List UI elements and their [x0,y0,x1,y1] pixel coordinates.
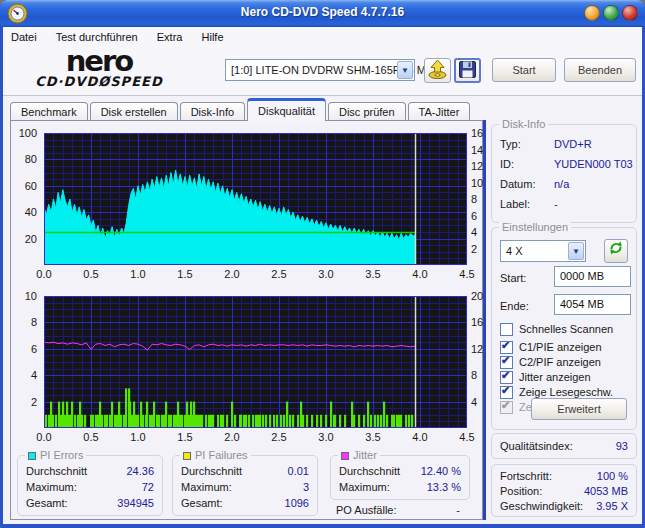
pi-failures-legend: PI Failures [180,449,251,461]
nero-logo-text: nero [19,48,179,74]
start-field-label: Start: [500,272,526,284]
app-window: Nero CD-DVD Speed 4.7.7.16 Datei Test du… [0,0,645,528]
axis-tick-label: 2.5 [266,431,292,443]
stat-value: 72 [142,481,154,493]
axis-tick-label: 0.5 [78,268,104,280]
start-field[interactable]: 0000 MB [554,266,631,287]
jitter-legend: Jitter [338,449,380,461]
field-value: YUDEN000 T03 [554,158,633,170]
axis-tick-label: 4.5 [454,268,480,280]
stat-label: Durchschnitt [339,465,400,477]
checkbox-label: Zeige Lesegeschw. [519,386,613,398]
eject-button[interactable] [424,58,451,83]
stat-label: Gesamt: [26,497,68,509]
field-label: ID: [500,158,514,170]
axis-tick-label: 16 [471,127,483,139]
disk-info-legend: Disk-Info [499,118,548,130]
jitter-legend-label: Jitter [353,449,377,461]
axis-tick-label: 2 [11,396,37,408]
axis-tick-label: 0.0 [31,268,57,280]
speed-select[interactable]: 4 X ▼ [500,240,586,262]
axis-tick-label: 8 [11,316,37,328]
nero-logo: nero CD·DVDØSPEED [19,48,179,89]
quit-button[interactable]: Beenden [564,58,636,82]
close-button[interactable] [622,5,638,21]
pif-jitter-chart: 108642 20161284 0.00.51.01.52.02.53.03.5… [11,289,489,449]
axis-tick-label: 16 [471,316,483,328]
progress-label: Fortschritt: [500,470,552,482]
axis-tick-label: 4.5 [454,431,480,443]
menu-extra[interactable]: Extra [149,27,191,47]
pi-errors-legend-label: PI Errors [40,449,83,461]
pi-errors-chart: 10080604020 161412108642 0.00.51.01.52.0… [11,126,489,286]
pi-errors-chart-canvas [44,133,467,265]
stat-label: Durchschnitt [26,465,87,477]
minimize-button[interactable] [584,5,600,21]
axis-tick-label: 6 [11,343,37,355]
client-area: Datei Test durchführen Extra Hilfe nero … [3,27,642,524]
checkmark-icon: ✔ [501,339,510,352]
stat-label: Maximum: [181,481,232,493]
jitter-swatch [341,452,349,460]
chevron-down-icon[interactable]: ▼ [397,61,413,79]
save-button[interactable] [454,58,481,83]
stat-label: Durchschnitt [181,465,242,477]
checkbox-icon [500,323,513,336]
stat-label: Maximum: [26,481,77,493]
axis-tick-label: 8 [471,193,477,205]
axis-tick-label: 14 [471,144,483,156]
axis-tick-label: 3.5 [360,268,386,280]
pi-errors-x-axis: 0.00.51.01.52.02.53.03.54.04.5 [44,267,467,281]
axis-tick-label: 3.5 [360,431,386,443]
checkmark-icon: ✔ [501,354,510,367]
po-failures-label: PO Ausfälle: [336,504,397,516]
progress-value: 100 % [597,470,628,482]
position-value: 4053 MB [584,485,628,497]
title-bar[interactable]: Nero CD-DVD Speed 4.7.7.16 [0,0,645,27]
axis-tick-label: 10 [471,177,483,189]
tab-benchmark[interactable]: Benchmark [10,102,88,121]
end-field-label: Ende: [500,300,529,312]
advanced-button[interactable]: Erweitert [531,398,627,420]
checkbox-label: C1/PIE anzeigen [519,341,602,353]
axis-tick-label: 2.0 [219,431,245,443]
axis-tick-label: 1.0 [125,268,151,280]
field-label: Typ: [500,138,521,150]
drive-select[interactable]: [1:0] LITE-ON DVDRW SHM-165P6S MS0R ▼ [225,59,415,81]
axis-tick-label: 60 [11,180,37,192]
chevron-down-icon[interactable]: ▼ [568,242,584,260]
axis-tick-label: 4.0 [407,431,433,443]
window-title: Nero CD-DVD Speed 4.7.7.16 [0,5,645,19]
start-button[interactable]: Start [492,58,556,82]
tab-diskqualitaet[interactable]: Diskqualität [247,98,326,121]
maximize-button[interactable] [603,5,619,21]
tab-disk-erstellen[interactable]: Disk erstellen [90,102,178,121]
axis-tick-label: 12 [471,343,483,355]
pi-failures-legend-label: PI Failures [195,449,248,461]
tab-disc-pruefen[interactable]: Disc prüfen [328,102,406,121]
axis-tick-label: 3.0 [313,268,339,280]
axis-tick-label: 40 [11,206,37,218]
tab-disk-info[interactable]: Disk-Info [180,102,245,121]
field-value: n/a [554,178,569,190]
speed-select-value: 4 X [506,245,523,257]
checkbox-label: Schnelles Scannen [519,323,613,335]
field-value: - [554,198,558,210]
menu-datei[interactable]: Datei [3,27,45,47]
axis-tick-label: 20 [11,233,37,245]
side-panel: Disk-Info Typ:DVD+R ID:YUDEN000 T03 Datu… [486,120,642,520]
tab-ta-jitter[interactable]: TA-Jitter [408,102,471,121]
pif-x-axis: 0.00.51.01.52.02.53.03.54.04.5 [44,430,467,444]
menu-hilfe[interactable]: Hilfe [194,27,232,47]
axis-tick-label: 80 [11,153,37,165]
end-field[interactable]: 4054 MB [554,294,631,315]
stat-value: 3 [303,481,309,493]
quality-index-box: Qualitätsindex:93 [491,433,637,459]
axis-tick-label: 1.5 [172,431,198,443]
field-label: Label: [500,198,530,210]
axis-tick-label: 4 [471,396,477,408]
refresh-button[interactable] [604,239,628,263]
stat-label: Maximum: [339,481,390,493]
axis-tick-label: 4 [471,226,477,238]
axis-tick-label: 4.0 [407,268,433,280]
